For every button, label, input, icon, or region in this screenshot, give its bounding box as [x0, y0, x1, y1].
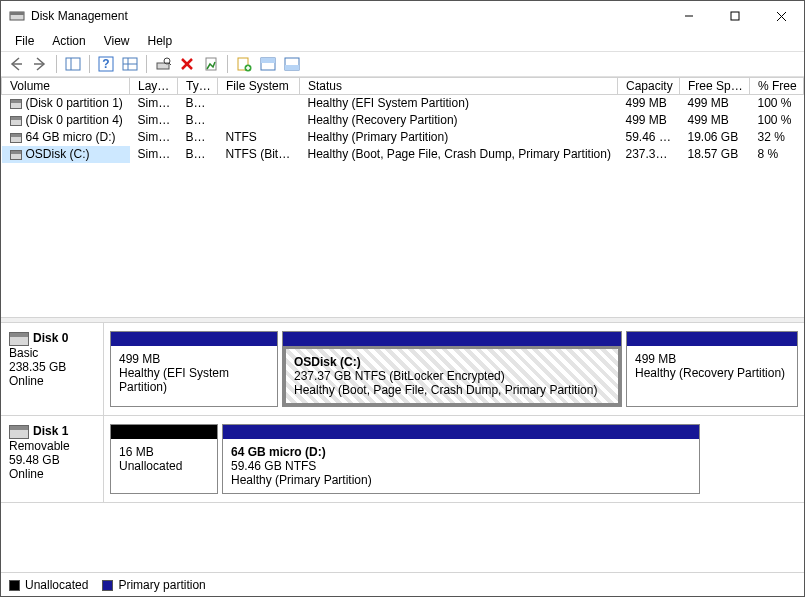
disk-header[interactable]: Disk 1Removable59.48 GBOnline	[1, 416, 104, 502]
col-pct[interactable]: % Free	[750, 78, 804, 95]
menu-file[interactable]: File	[7, 32, 42, 50]
bottom-layout-button[interactable]	[281, 53, 303, 75]
titlebar: Disk Management	[1, 1, 804, 31]
partition[interactable]: OSDisk (C:)237.37 GB NTFS (BitLocker Enc…	[282, 331, 622, 407]
disk-graphical-view[interactable]: Disk 0Basic238.35 GBOnline499 MBHealthy …	[1, 323, 804, 572]
properties-button[interactable]	[200, 53, 222, 75]
svg-rect-3	[731, 12, 739, 20]
col-layout[interactable]: Layout	[130, 78, 178, 95]
partition[interactable]: 499 MBHealthy (EFI System Partition)	[110, 331, 278, 407]
top-layout-button[interactable]	[257, 53, 279, 75]
disk-row: Disk 0Basic238.35 GBOnline499 MBHealthy …	[1, 323, 804, 416]
menu-help[interactable]: Help	[140, 32, 181, 50]
toolbar: ?	[1, 51, 804, 77]
menubar: File Action View Help	[1, 31, 804, 51]
back-button[interactable]	[5, 53, 27, 75]
menu-action[interactable]: Action	[44, 32, 93, 50]
svg-rect-1	[10, 12, 24, 15]
disk-header[interactable]: Disk 0Basic238.35 GBOnline	[1, 323, 104, 415]
volume-icon	[10, 116, 22, 126]
disk-icon	[9, 332, 29, 346]
table-row[interactable]: OSDisk (C:)SimpleBasicNTFS (BitLo...Heal…	[2, 146, 804, 163]
col-type[interactable]: Type	[178, 78, 218, 95]
table-row[interactable]: (Disk 0 partition 1)SimpleBasicHealthy (…	[2, 95, 804, 112]
table-row[interactable]: 64 GB micro (D:)SimpleBasicNTFSHealthy (…	[2, 129, 804, 146]
rescan-disks-button[interactable]	[152, 53, 174, 75]
attach-vhd-button[interactable]	[233, 53, 255, 75]
menu-view[interactable]: View	[96, 32, 138, 50]
col-capacity[interactable]: Capacity	[618, 78, 680, 95]
volume-icon	[10, 150, 22, 160]
volume-icon	[10, 99, 22, 109]
volume-icon	[10, 133, 22, 143]
app-icon	[9, 8, 25, 24]
col-fs[interactable]: File System	[218, 78, 300, 95]
col-volume[interactable]: Volume	[2, 78, 130, 95]
delete-button[interactable]	[176, 53, 198, 75]
partition[interactable]: 16 MBUnallocated	[110, 424, 218, 494]
svg-text:?: ?	[102, 57, 109, 71]
svg-rect-28	[285, 65, 299, 70]
col-free[interactable]: Free Space	[680, 78, 750, 95]
table-row[interactable]: (Disk 0 partition 4)SimpleBasicHealthy (…	[2, 112, 804, 129]
partition[interactable]: 64 GB micro (D:)59.46 GB NTFSHealthy (Pr…	[222, 424, 700, 494]
refresh-button[interactable]	[119, 53, 141, 75]
legend: Unallocated Primary partition	[1, 572, 804, 596]
partition[interactable]: 499 MBHealthy (Recovery Partition)	[626, 331, 798, 407]
maximize-button[interactable]	[712, 1, 758, 31]
svg-rect-8	[66, 58, 80, 70]
forward-button[interactable]	[29, 53, 51, 75]
window-title: Disk Management	[31, 9, 128, 23]
close-button[interactable]	[758, 1, 804, 31]
col-status[interactable]: Status	[300, 78, 618, 95]
disk-row: Disk 1Removable59.48 GBOnline16 MBUnallo…	[1, 416, 804, 503]
show-hide-console-tree-button[interactable]	[62, 53, 84, 75]
legend-unallocated: Unallocated	[9, 578, 88, 592]
volume-list[interactable]: Volume Layout Type File System Status Ca…	[1, 77, 804, 317]
minimize-button[interactable]	[666, 1, 712, 31]
disk-icon	[9, 425, 29, 439]
svg-rect-26	[261, 58, 275, 63]
legend-primary: Primary partition	[102, 578, 205, 592]
help-button[interactable]: ?	[95, 53, 117, 75]
